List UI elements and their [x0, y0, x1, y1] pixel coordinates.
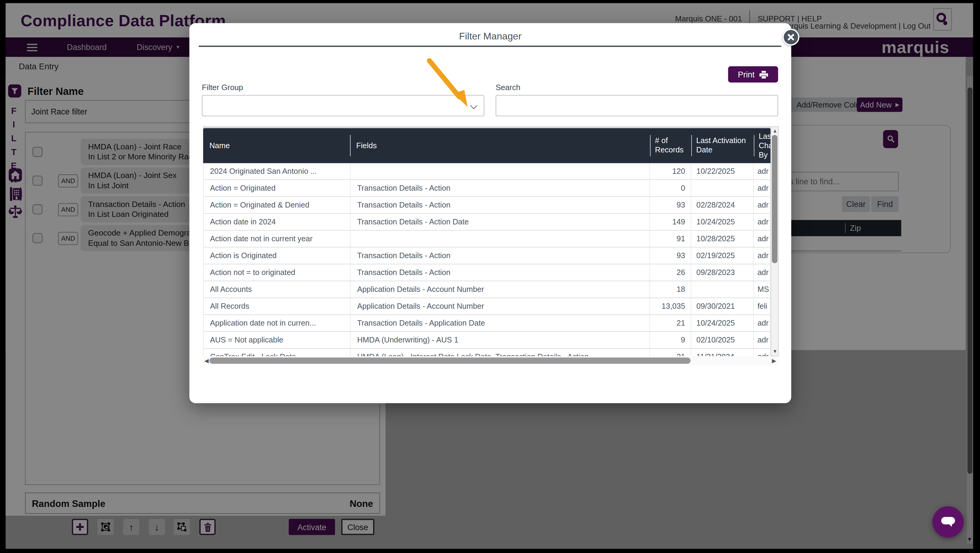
- last-changed-by-cell: adr: [753, 231, 770, 247]
- close-icon: [788, 34, 794, 41]
- last-changed-by-cell: adr: [753, 180, 770, 196]
- app-stage: Compliance Data Platform Marquis ONE - 0…: [0, 0, 980, 553]
- filter-name-cell: 2024 Originated San Antonio ...: [204, 163, 350, 180]
- table-row[interactable]: Application date not in curren...Transac…: [204, 315, 770, 332]
- last-changed-by-cell: adr: [753, 265, 770, 281]
- filter-group-label: Filter Group: [202, 83, 243, 92]
- filter-table-header: NameFields# of RecordsLast Activation Da…: [203, 128, 770, 163]
- last-activation-cell: 10/24/2025: [691, 315, 753, 331]
- last-activation-cell: 10/22/2025: [691, 163, 753, 180]
- last-changed-by-cell: adr: [753, 332, 770, 348]
- filter-name-cell: Action = Originated & Denied: [204, 197, 350, 213]
- fields-cell: Transaction Details - Action Date: [350, 214, 650, 230]
- scroll-left-arrow[interactable]: ◀: [205, 357, 209, 364]
- filter-name-cell: AUS = Not applicable: [204, 332, 350, 348]
- fields-cell: Application Details - Account Number: [350, 298, 650, 314]
- last-changed-by-cell: feli: [753, 298, 770, 314]
- last-activation-cell: 11/21/2024: [691, 349, 753, 356]
- filter-group-select[interactable]: [202, 95, 484, 116]
- modal-title: Filter Manager: [189, 31, 791, 42]
- filter-name-cell: Application date not in curren...: [204, 315, 350, 331]
- last-activation-cell: 10/28/2025: [691, 231, 753, 247]
- table-vscroll-thumb[interactable]: [772, 135, 778, 263]
- records-cell: 91: [650, 231, 691, 247]
- last-activation-cell: 02/28/2024: [691, 197, 753, 213]
- last-changed-by-cell: adr: [753, 197, 770, 213]
- filter-table-body: 2024 Originated San Antonio ...12010/22/…: [203, 163, 770, 356]
- fields-cell: Transaction Details - Action: [350, 248, 650, 264]
- records-cell: 93: [650, 197, 691, 213]
- screenshot-root: Compliance Data Platform Marquis ONE - 0…: [0, 0, 980, 553]
- print-button[interactable]: Print: [728, 66, 778, 83]
- fields-cell: HMDA (Loan) - Interest Rate Lock Date, T…: [350, 349, 650, 356]
- modal-search-label: Search: [496, 83, 520, 92]
- last-activation-cell: 09/30/2021: [691, 298, 753, 314]
- filter-name-cell: All Records: [204, 298, 350, 314]
- filter-name-cell: Action date not in current year: [204, 231, 350, 247]
- fields-cell: Application Details - Account Number: [350, 281, 650, 298]
- last-changed-by-cell: adr: [753, 214, 770, 230]
- table-hscroll-thumb[interactable]: [209, 357, 690, 364]
- modal-title-divider: [199, 46, 781, 47]
- column-header[interactable]: Last Changed By: [754, 128, 771, 163]
- fields-cell: [350, 231, 650, 247]
- fields-cell: HMDA (Underwriting) - AUS 1: [350, 332, 650, 348]
- last-changed-by-cell: adr: [753, 315, 770, 331]
- last-activation-cell: 02/19/2025: [691, 248, 753, 264]
- last-changed-by-cell: adr: [753, 163, 770, 180]
- filter-manager-modal: Filter Manager Print Filter Group Search…: [189, 23, 791, 403]
- filter-name-cell: All Accounts: [204, 281, 350, 298]
- records-cell: 13,035: [650, 298, 691, 314]
- table-vscrollbar[interactable]: ▲ ▼: [771, 126, 779, 356]
- table-row[interactable]: AUS = Not applicableHMDA (Underwriting) …: [204, 332, 770, 349]
- records-cell: 21: [650, 349, 691, 356]
- fields-cell: Transaction Details - Action: [350, 180, 650, 196]
- records-cell: 9: [650, 332, 691, 348]
- fields-cell: Transaction Details - Application Date: [350, 315, 650, 331]
- chat-widget-button[interactable]: [932, 506, 964, 538]
- modal-search-input[interactable]: [496, 95, 778, 116]
- records-cell: 0: [650, 180, 691, 196]
- fields-cell: Transaction Details - Action: [350, 197, 650, 213]
- fields-cell: [350, 163, 650, 180]
- filter-table: NameFields# of RecordsLast Activation Da…: [203, 126, 778, 365]
- last-activation-cell: [691, 180, 753, 196]
- chat-bubble-icon: [940, 515, 956, 529]
- table-row[interactable]: Action = Originated & DeniedTransaction …: [204, 197, 770, 214]
- table-row[interactable]: Action date in 2024Transaction Details -…: [204, 214, 770, 231]
- modal-close-button[interactable]: [783, 29, 799, 46]
- table-row[interactable]: Action not = to originatedTransaction De…: [204, 265, 770, 281]
- last-changed-by-cell: adr: [753, 248, 770, 264]
- column-header[interactable]: Fields: [350, 128, 650, 163]
- last-changed-by-cell: adr: [753, 349, 770, 356]
- scroll-up-arrow[interactable]: ▲: [772, 128, 778, 134]
- table-hscrollbar[interactable]: ◀ ▶: [203, 356, 778, 365]
- column-header[interactable]: # of Records: [650, 128, 691, 163]
- table-row[interactable]: Action = OriginatedTransaction Details -…: [204, 180, 770, 197]
- last-changed-by-cell: MS: [753, 281, 770, 298]
- table-row[interactable]: Action is OriginatedTransaction Details …: [204, 248, 770, 265]
- chevron-down-icon: [470, 102, 477, 109]
- filter-name-cell: Action date in 2024: [204, 214, 350, 230]
- last-activation-cell: 02/10/2025: [691, 332, 753, 348]
- table-row[interactable]: All AccountsApplication Details - Accoun…: [204, 281, 770, 298]
- fields-cell: Transaction Details - Action: [350, 265, 650, 281]
- records-cell: 26: [650, 265, 691, 281]
- column-header[interactable]: Name: [203, 128, 350, 163]
- records-cell: 120: [650, 163, 691, 180]
- filter-name-cell: CenTrax Edit - Lock Date: [204, 349, 350, 356]
- scroll-down-arrow[interactable]: ▼: [772, 349, 778, 354]
- scroll-right-arrow[interactable]: ▶: [772, 357, 776, 364]
- column-header[interactable]: Last Activation Date: [691, 128, 754, 163]
- records-cell: 18: [650, 281, 691, 298]
- table-row[interactable]: 2024 Originated San Antonio ...12010/22/…: [204, 163, 770, 180]
- records-cell: 93: [650, 248, 691, 264]
- table-row[interactable]: Action date not in current year9110/28/2…: [204, 231, 770, 248]
- filter-name-cell: Action = Originated: [204, 180, 350, 196]
- table-row[interactable]: CenTrax Edit - Lock DateHMDA (Loan) - In…: [204, 349, 770, 356]
- filter-name-cell: Action is Originated: [204, 248, 350, 264]
- printer-icon: [760, 70, 768, 78]
- last-activation-cell: [691, 281, 753, 298]
- records-cell: 149: [650, 214, 691, 230]
- table-row[interactable]: All RecordsApplication Details - Account…: [204, 298, 770, 315]
